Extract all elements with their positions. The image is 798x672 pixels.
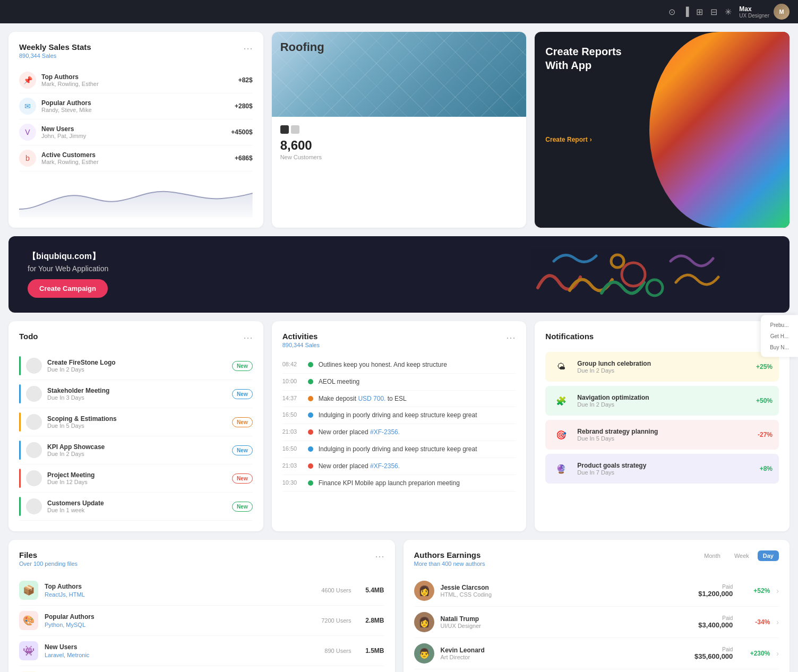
- todo-menu-icon[interactable]: ⋯: [243, 332, 253, 343]
- activity-dot-1: [308, 379, 313, 384]
- activity-dot-0: [308, 362, 313, 367]
- layout-icon[interactable]: ⊟: [710, 7, 717, 17]
- sidebar-popup-item[interactable]: Buy N...: [770, 344, 789, 351]
- todo-item[interactable]: Customers Update Due In 1 week New: [19, 493, 253, 521]
- todo-item[interactable]: Scoping & Estimations Due In 5 Days New: [19, 408, 253, 436]
- activity-time-1: 10:00: [282, 377, 303, 384]
- todo-item[interactable]: Project Meeting Due In 12 Days New: [19, 464, 253, 493]
- earnings-tab[interactable]: Month: [699, 550, 726, 561]
- chevron-right-icon-2[interactable]: ›: [776, 649, 779, 658]
- author-avatar-0: 👩: [414, 581, 434, 601]
- weekly-sales-card: Weekly Sales Stats 890,344 Sales ⋯ 📌 Top…: [8, 32, 263, 228]
- earnings-tab[interactable]: Day: [758, 550, 779, 561]
- file-icon-1: 🎨: [19, 611, 38, 630]
- create-campaign-button[interactable]: Create Campaign: [28, 279, 108, 298]
- author-row[interactable]: 👨 Kevin Leonard Art Director Paid $35,60…: [414, 638, 779, 669]
- notif-info-0: Group lunch celebration Due In 2 Days: [577, 360, 750, 374]
- stat-people-0: Mark, Rowling, Esther: [41, 81, 238, 87]
- stat-icon-2: V: [19, 124, 36, 141]
- todo-avatar-3: [26, 442, 42, 458]
- create-report-link[interactable]: Create Report ›: [545, 136, 779, 143]
- roofing-bottom: 8,600 New Customers: [272, 117, 527, 169]
- activity-text-7: Finance KPI Mobile app launch preparion …: [319, 479, 460, 488]
- settings-icon[interactable]: ✳: [725, 7, 732, 17]
- stat-rows: 📌 Top Authors Mark, Rowling, Esther +82$…: [19, 67, 253, 171]
- notif-due-2: Due In 5 Days: [577, 435, 751, 442]
- sidebar-popup-item[interactable]: Get H...: [770, 333, 788, 340]
- svg-point-0: [622, 263, 645, 286]
- earnings-tab[interactable]: Week: [729, 550, 754, 561]
- todo-bar-4: [19, 469, 21, 488]
- weekly-sales-menu-icon[interactable]: ⋯: [243, 42, 253, 54]
- notif-icon-3: 🔮: [552, 459, 571, 478]
- activity-row: 21:03 New order placed #XF-2356.: [282, 424, 516, 441]
- files-title: Files: [19, 550, 78, 559]
- todo-name-0: Create FireStone Logo: [47, 359, 227, 366]
- activities-menu-icon[interactable]: ⋯: [506, 332, 516, 343]
- activity-link-6[interactable]: #XF-2356.: [370, 462, 400, 470]
- todo-item[interactable]: Stakeholder Meeting Due In 3 Days New: [19, 380, 253, 408]
- todo-info-5: Customers Update Due In 1 week: [47, 499, 227, 513]
- file-tags-0: ReactJs, HTML: [45, 591, 308, 598]
- todo-bar-5: [19, 497, 21, 516]
- file-row[interactable]: 📦 Top Authors ReactJs, HTML 4600 Users 5…: [19, 575, 384, 606]
- create-report-label: Create Report: [545, 136, 587, 143]
- sidebar-popup-item[interactable]: Prebu...: [770, 322, 788, 329]
- author-row[interactable]: 👩 Jessie Clarcson HTML, CSS Coding Paid …: [414, 575, 779, 607]
- author-earnings-2: Paid $35,600,000: [694, 647, 733, 660]
- todo-card: Todo ⋯ Create FireStone Logo Due In 2 Da…: [8, 321, 263, 531]
- author-row[interactable]: 👨 Brad Simmons Successful Fellas Paid $2…: [414, 669, 779, 672]
- search-icon[interactable]: ⊙: [668, 7, 675, 17]
- todo-name-4: Project Meeting: [47, 471, 227, 479]
- author-pct-1: -34%: [743, 618, 770, 626]
- activity-link-4[interactable]: #XF-2356.: [370, 428, 400, 436]
- notification-item[interactable]: 🧩 Navigation optimization Due In 2 Days …: [545, 386, 779, 416]
- author-paid-label-2: Paid: [694, 647, 733, 652]
- files-menu-icon[interactable]: ⋯: [375, 550, 384, 562]
- author-row[interactable]: 👩 Natali Trump UI/UX Designer Paid $3,40…: [414, 607, 779, 638]
- user-name: Max: [739, 5, 769, 13]
- file-size-0: 5.4MB: [358, 587, 384, 594]
- authors-earnings-card: Authors Earnings More than 400 new autho…: [404, 540, 790, 672]
- todo-item[interactable]: KPI App Showcase Due In 2 Days New: [19, 436, 253, 464]
- avatar[interactable]: M: [774, 4, 790, 20]
- activity-text-6: New order placed #XF-2356.: [319, 462, 400, 471]
- notif-info-1: Navigation optimization Due In 2 Days: [577, 394, 750, 408]
- activity-text-1: AEOL meeting: [319, 377, 360, 386]
- stat-row: ✉ Popular Authors Randy, Steve, Mike +28…: [19, 93, 253, 119]
- author-amount-0: $1,200,000: [698, 590, 733, 598]
- notification-item[interactable]: 🎯 Rebrand strategy planning Due In 5 Day…: [545, 420, 779, 450]
- chevron-right-icon-1[interactable]: ›: [776, 618, 779, 626]
- file-tags-2: Laravel, Metronic: [45, 652, 308, 658]
- reports-content: Create ReportsWith App Create Report ›: [535, 32, 790, 156]
- author-amount-1: $3,400,000: [698, 621, 733, 629]
- earnings-title: Authors Earnings: [414, 550, 485, 559]
- file-size-2: 1.5MB: [358, 647, 384, 654]
- file-row[interactable]: ⭐ Active Customers AngularJS, C# 4600 Us…: [19, 666, 384, 672]
- user-profile[interactable]: Max UX Designer M: [739, 4, 790, 20]
- todo-item[interactable]: Create FireStone Logo Due In 2 Days New: [19, 352, 253, 380]
- stat-value-2: +4500$: [231, 128, 252, 136]
- todo-badge-3: New: [232, 445, 253, 455]
- activity-row: 08:42 Outlines keep you honest. And keep…: [282, 357, 516, 374]
- notif-pct-2: -27%: [758, 431, 773, 438]
- activity-link-2[interactable]: USD 700.: [358, 395, 385, 402]
- activity-rows: 08:42 Outlines keep you honest. And keep…: [282, 357, 516, 492]
- create-reports-card: Create ReportsWith App Create Report ›: [535, 32, 790, 228]
- notification-item[interactable]: 🔮 Product goals strategy Due In 7 Days +…: [545, 454, 779, 484]
- weekly-sales-title: Weekly Sales Stats: [19, 42, 91, 51]
- file-row[interactable]: 🎨 Popular Authors Python, MySQL 7200 Use…: [19, 606, 384, 636]
- notification-item[interactable]: 🌤 Group lunch celebration Due In 2 Days …: [545, 352, 779, 382]
- todo-title: Todo: [19, 332, 38, 341]
- roofing-title: Roofing: [280, 40, 324, 54]
- activities-card: Activities 890,344 Sales ⋯ 08:42 Outline…: [272, 321, 527, 531]
- file-row[interactable]: 👾 New Users Laravel, Metronic 890 Users …: [19, 636, 384, 666]
- activity-dot-7: [308, 480, 313, 486]
- grid-icon[interactable]: ⊞: [696, 7, 703, 17]
- notif-icon-2: 🎯: [552, 425, 571, 444]
- stat-value-1: +280$: [235, 102, 253, 110]
- chevron-right-icon-0[interactable]: ›: [776, 587, 779, 595]
- activity-row: 14:37 Make deposit USD 700. to ESL: [282, 391, 516, 408]
- notif-icon-1: 🧩: [552, 391, 571, 410]
- todo-name-5: Customers Update: [47, 499, 227, 507]
